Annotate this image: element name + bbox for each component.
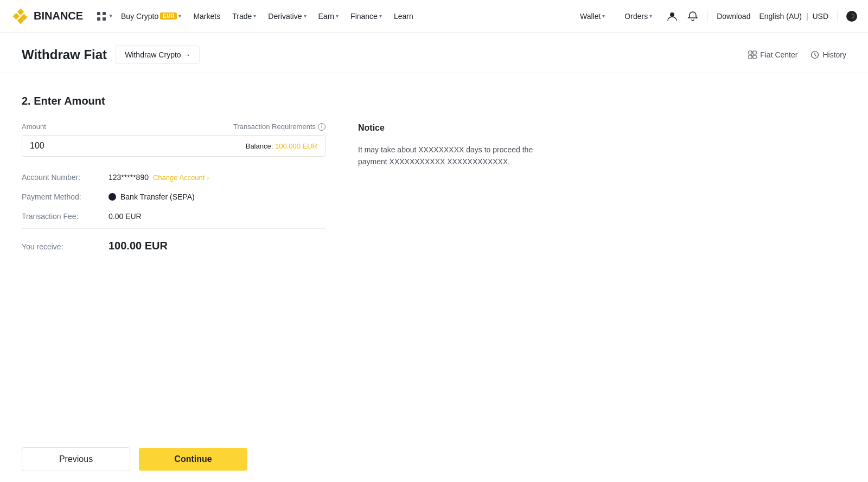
transaction-fee-value: 0.00 EUR — [108, 212, 142, 221]
nav-divider2 — [837, 11, 838, 22]
nav-locale[interactable]: English (AU) | USD — [759, 12, 828, 21]
amount-field-header: Amount Transaction Requirements i — [22, 123, 326, 131]
payment-method-label: Payment Method: — [22, 192, 108, 201]
payment-method-value: Bank Transfer (SEPA) — [108, 192, 195, 201]
nav-right: Wallet ▾ Orders ▾ Download English (AU) … — [575, 0, 857, 33]
nav-orders[interactable]: Orders ▾ — [619, 0, 658, 33]
svg-rect-6 — [97, 17, 100, 21]
svg-marker-0 — [17, 8, 24, 15]
fiat-center-link[interactable]: Fiat Center — [748, 50, 797, 59]
dark-mode-toggle[interactable]: ☽ — [846, 11, 857, 22]
navbar: BINANCE ▼ Buy Crypto EUR ▾ Markets Trade… — [0, 0, 868, 33]
amount-input[interactable] — [30, 141, 246, 151]
svg-rect-7 — [103, 17, 106, 21]
notice-section: Notice It may take about XXXXXXXXX days … — [358, 95, 542, 252]
account-number-row: Account Number: 123*****890 Change Accou… — [22, 168, 326, 187]
nav-wallet[interactable]: Wallet ▾ — [575, 0, 610, 33]
step-title: 2. Enter Amount — [22, 95, 326, 107]
divider — [22, 228, 326, 229]
transaction-fee-label: Transaction Fee: — [22, 212, 108, 221]
page-header-right: Fiat Center History — [748, 50, 846, 59]
notice-title: Notice — [358, 123, 542, 133]
amount-input-wrapper: Balance: 100,000 EUR — [22, 135, 326, 157]
nav-buy-crypto[interactable]: Buy Crypto EUR ▾ — [116, 0, 187, 33]
amount-label: Amount — [22, 123, 46, 131]
main-content: 2. Enter Amount Amount Transaction Requi… — [0, 73, 651, 274]
sepa-dot-icon — [108, 193, 116, 201]
nav-download[interactable]: Download — [717, 12, 750, 21]
bottom-actions: Previous Continue — [0, 436, 868, 482]
previous-button[interactable]: Previous — [22, 447, 130, 471]
logo[interactable]: BINANCE — [11, 7, 83, 26]
profile-icon[interactable] — [666, 10, 678, 22]
details-section: Account Number: 123*****890 Change Accou… — [22, 168, 326, 252]
fiat-center-icon — [748, 50, 757, 59]
history-link[interactable]: History — [810, 50, 846, 59]
nav-trade[interactable]: Trade ▾ — [227, 0, 261, 33]
svg-rect-5 — [103, 12, 106, 15]
page-title: Withdraw Fiat — [22, 47, 107, 62]
nav-items: Buy Crypto EUR ▾ Markets Trade ▾ Derivat… — [116, 0, 575, 33]
page-header: Withdraw Fiat Withdraw Crypto → Fiat Cen… — [0, 33, 868, 73]
history-icon — [810, 50, 819, 59]
withdraw-crypto-button[interactable]: Withdraw Crypto → — [116, 46, 200, 64]
transaction-req-label: Transaction Requirements i — [233, 123, 326, 131]
you-receive-row: You receive: 100.00 EUR — [22, 231, 326, 252]
nav-earn[interactable]: Earn ▾ — [313, 0, 344, 33]
nav-finance[interactable]: Finance ▾ — [345, 0, 387, 33]
nav-divider — [707, 11, 708, 22]
svg-rect-9 — [749, 51, 752, 54]
account-number-value: 123*****890 Change Account › — [108, 173, 209, 182]
logo-text: BINANCE — [34, 10, 83, 22]
notification-icon[interactable] — [687, 10, 699, 22]
you-receive-amount: 100.00 EUR — [108, 240, 168, 252]
bottom-spacer — [0, 274, 868, 328]
change-account-link[interactable]: Change Account › — [153, 173, 209, 182]
svg-rect-11 — [749, 55, 752, 59]
balance-display: Balance: 100,000 EUR — [246, 142, 317, 150]
page-header-left: Withdraw Fiat Withdraw Crypto → — [22, 46, 200, 64]
nav-derivative[interactable]: Derivative ▾ — [263, 0, 311, 33]
notice-text: It may take about XXXXXXXXX days to proc… — [358, 144, 542, 168]
form-section: 2. Enter Amount Amount Transaction Requi… — [22, 95, 326, 252]
nav-learn[interactable]: Learn — [388, 0, 419, 33]
nav-markets[interactable]: Markets — [188, 0, 226, 33]
you-receive-label: You receive: — [22, 242, 108, 251]
info-icon[interactable]: i — [318, 123, 326, 131]
account-number-label: Account Number: — [22, 173, 108, 182]
svg-rect-4 — [97, 12, 100, 15]
svg-rect-10 — [753, 51, 756, 54]
svg-rect-12 — [753, 55, 756, 59]
grid-icon[interactable]: ▼ — [96, 11, 113, 22]
transaction-fee-row: Transaction Fee: 0.00 EUR — [22, 207, 326, 226]
svg-marker-1 — [13, 12, 20, 20]
continue-button[interactable]: Continue — [139, 448, 247, 471]
svg-point-8 — [670, 12, 674, 17]
payment-method-row: Payment Method: Bank Transfer (SEPA) — [22, 187, 326, 207]
